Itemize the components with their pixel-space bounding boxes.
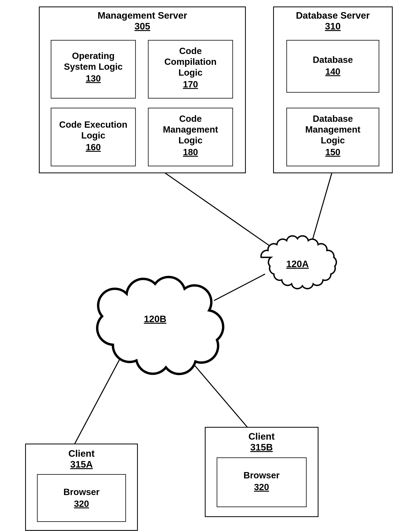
management-server-ref: 305 bbox=[135, 21, 150, 31]
management-server-box: Management Server 305 Operating System L… bbox=[39, 7, 245, 173]
svg-text:310: 310 bbox=[325, 21, 341, 31]
browser-a-box: Browser 320 bbox=[37, 474, 126, 522]
svg-text:Database Server: Database Server bbox=[296, 10, 370, 21]
svg-text:150: 150 bbox=[325, 147, 341, 157]
svg-line-0 bbox=[165, 173, 275, 250]
svg-text:Logic: Logic bbox=[179, 67, 203, 78]
svg-text:120A: 120A bbox=[286, 259, 309, 269]
svg-line-3 bbox=[75, 352, 124, 444]
svg-text:Database: Database bbox=[313, 113, 353, 124]
svg-text:Browser: Browser bbox=[63, 487, 100, 497]
svg-text:Code: Code bbox=[179, 113, 202, 124]
svg-text:Compilation: Compilation bbox=[164, 57, 217, 67]
svg-text:Operating: Operating bbox=[72, 51, 115, 61]
code-compilation-logic-box: Code Compilation Logic 170 bbox=[148, 40, 233, 98]
database-server-box: Database Server 310 Database 140 Databas… bbox=[273, 7, 392, 173]
svg-text:Client: Client bbox=[248, 431, 274, 442]
management-server-title: Management Server bbox=[98, 10, 187, 21]
svg-text:320: 320 bbox=[254, 482, 269, 492]
svg-text:Browser: Browser bbox=[243, 470, 280, 480]
client-b-box: Client 315B Browser 320 bbox=[205, 427, 318, 517]
svg-text:140: 140 bbox=[325, 66, 341, 77]
svg-line-1 bbox=[310, 173, 332, 248]
svg-text:Client: Client bbox=[68, 448, 94, 459]
svg-text:Code Execution: Code Execution bbox=[59, 119, 127, 130]
code-execution-logic-box: Code Execution Logic 160 bbox=[51, 108, 135, 166]
svg-text:170: 170 bbox=[183, 79, 198, 89]
svg-text:Management: Management bbox=[163, 124, 218, 135]
svg-text:Database: Database bbox=[313, 55, 353, 65]
svg-text:130: 130 bbox=[86, 73, 101, 83]
svg-text:Logic: Logic bbox=[321, 135, 345, 145]
svg-text:180: 180 bbox=[183, 147, 198, 157]
client-a-box: Client 315A Browser 320 bbox=[26, 444, 137, 531]
cloud-120b: 120B bbox=[97, 277, 223, 374]
svg-text:Logic: Logic bbox=[179, 135, 203, 145]
database-management-logic-box: Database Management Logic 150 bbox=[287, 108, 379, 166]
browser-b-box: Browser 320 bbox=[217, 458, 306, 507]
svg-rect-46 bbox=[37, 474, 126, 522]
svg-text:Management: Management bbox=[305, 124, 360, 135]
svg-text:Code: Code bbox=[179, 46, 202, 56]
svg-text:160: 160 bbox=[86, 142, 101, 152]
diagram: Management Server 305 Operating System L… bbox=[0, 0, 420, 531]
svg-text:Logic: Logic bbox=[81, 130, 105, 141]
os-logic-box: Operating System Logic 130 bbox=[51, 40, 135, 98]
svg-text:315A: 315A bbox=[70, 459, 93, 469]
code-management-logic-box: Code Management Logic 180 bbox=[148, 108, 233, 166]
svg-text:120B: 120B bbox=[144, 314, 166, 324]
svg-text:320: 320 bbox=[74, 499, 89, 509]
svg-text:System Logic: System Logic bbox=[64, 62, 122, 72]
cloud-120a: 120A bbox=[261, 236, 336, 289]
svg-text:315B: 315B bbox=[250, 442, 273, 453]
database-box: Database 140 bbox=[287, 40, 379, 92]
svg-line-2 bbox=[214, 274, 265, 301]
